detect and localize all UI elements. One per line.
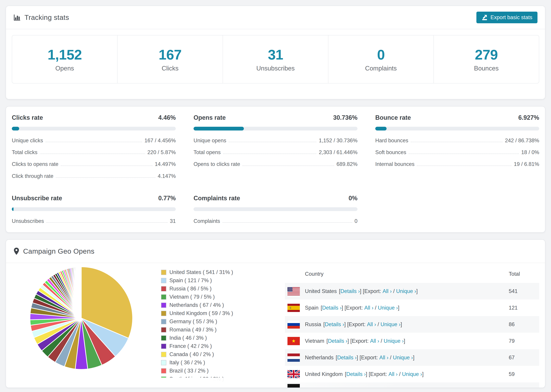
export-unique-link[interactable]: Unique ›: [384, 338, 404, 344]
rate-value: 6.927%: [518, 114, 539, 121]
export-unique-link[interactable]: Unique ›: [396, 288, 416, 294]
stat-value: 0: [354, 218, 357, 224]
country-cell: United States [Details ›] [Export: All ›…: [285, 287, 509, 295]
dotted-leader: [56, 177, 155, 178]
legend-swatch: [161, 286, 166, 291]
export-all-link[interactable]: All ›: [383, 288, 392, 294]
export-unique-link[interactable]: Unique ›: [402, 371, 422, 377]
rate-head: Complaints rate0%: [194, 195, 357, 202]
progress-bar: [194, 207, 357, 211]
tracking-stats-header: Tracking stats Export basic stats: [6, 6, 545, 29]
summary-label: Bounces: [474, 65, 499, 72]
rate-head: Bounce rate6.927%: [375, 114, 539, 121]
details-link[interactable]: Details ›: [340, 288, 360, 294]
export-all-link[interactable]: All ›: [367, 321, 376, 328]
geo-legend: United States ( 541 / 31% )Spain ( 121 /…: [161, 265, 252, 388]
rate-rows: Unique opens1,152 / 30.736%Total opens2,…: [194, 135, 357, 170]
progress-bar: [12, 127, 176, 131]
table-row: Vietnam [Details ›] [Export: All › / Uni…: [285, 333, 539, 349]
export-all-link[interactable]: All ›: [370, 338, 379, 344]
dotted-leader: [46, 222, 168, 223]
details-link[interactable]: Details ›: [328, 338, 347, 344]
flag-icon: [288, 370, 300, 378]
column-header-country: Country: [285, 271, 509, 277]
dotted-leader: [229, 142, 316, 142]
stat-label: Opens to clicks rate: [194, 161, 240, 167]
summary-value: 31: [268, 47, 283, 63]
dotted-leader: [46, 142, 142, 142]
export-all-link[interactable]: All ›: [379, 355, 389, 361]
stat-label: Unsubscribes: [12, 218, 44, 224]
stat-value: 1,152 / 30.736%: [319, 137, 357, 144]
summary-value: 1,152: [48, 47, 82, 63]
legend-label: Netherlands ( 67 / 4% ): [170, 302, 224, 308]
rate-rows: Unsubscribes31: [12, 215, 176, 227]
summary-label: Complaints: [365, 65, 397, 72]
stat-label: Clicks to opens rate: [12, 161, 58, 167]
legend-label: Vietnam ( 79 / 5% ): [170, 294, 215, 300]
legend-label: Italy ( 36 / 2% ): [170, 359, 205, 366]
export-icon: [481, 14, 488, 21]
stat-label: Total opens: [194, 149, 221, 155]
legend-item: Netherlands ( 67 / 4% ): [161, 302, 252, 308]
summary-cell: 31Unsubscribes: [223, 35, 328, 83]
rate-section: Opens rate30.736%Unique opens1,152 / 30.…: [194, 114, 357, 182]
export-unique-link[interactable]: Unique ›: [378, 305, 398, 311]
details-link[interactable]: Details ›: [322, 305, 342, 311]
legend-label: Spain ( 121 / 7% ): [170, 277, 212, 284]
summary-value: 0: [377, 47, 385, 63]
rates-grid: Clicks rate4.46%Unique clicks167 / 4.456…: [6, 106, 545, 234]
country-name: Netherlands: [305, 355, 333, 361]
stat-value: 18 / 0%: [521, 149, 539, 155]
flag-icon: [288, 384, 300, 388]
country-name: United Kingdom: [305, 371, 343, 377]
flag-icon: [288, 320, 300, 329]
total-value: 67: [509, 355, 539, 361]
stat-label: Hard bounces: [375, 137, 408, 144]
legend-swatch: [161, 327, 166, 332]
export-all-link[interactable]: All ›: [364, 305, 373, 311]
column-header-total: Total: [509, 271, 539, 277]
stat-label: Unique clicks: [12, 137, 43, 144]
details-link[interactable]: Details ›: [346, 371, 366, 377]
flag-icon: [288, 354, 300, 362]
table-row: United Kingdom [Details ›] [Export: All …: [285, 366, 539, 382]
rate-title: Clicks rate: [12, 114, 43, 121]
stat-row: Clicks to opens rate14.497%: [12, 158, 176, 170]
summary-cell: 1,152Opens: [12, 35, 117, 83]
dotted-leader: [222, 222, 352, 223]
rate-title: Complaints rate: [194, 195, 240, 202]
table-row: Russia [Details ›] [Export: All › / Uniq…: [285, 316, 539, 333]
map-pin-icon: [14, 247, 19, 255]
stat-row: Total opens2,303 / 61.446%: [194, 147, 357, 158]
dotted-leader: [411, 142, 502, 142]
export-basic-stats-button[interactable]: Export basic stats: [476, 12, 537, 23]
export-all-link[interactable]: All ›: [389, 371, 397, 377]
legend-label: United Kingdom ( 59 / 3% ): [170, 310, 233, 316]
country-name: Vietnam: [305, 338, 324, 344]
details-link[interactable]: Details ›: [337, 355, 357, 361]
stat-value: 689.82%: [337, 161, 357, 167]
legend-label: South Africa ( 29 / 2% ): [170, 376, 224, 382]
total-value: 79: [509, 338, 539, 344]
export-button-label: Export basic stats: [490, 14, 532, 21]
legend-label: Romania ( 49 / 3% ): [170, 327, 217, 333]
legend-label: United States ( 541 / 31% ): [170, 269, 233, 275]
rate-section: Clicks rate4.46%Unique clicks167 / 4.456…: [12, 114, 176, 182]
rate-section: Complaints rate0%Complaints0: [194, 195, 357, 227]
summary-label: Unsubscribes: [256, 65, 295, 72]
partial-table-row: [285, 382, 539, 388]
geo-card: Campaign Geo Opens United States ( 541 /…: [6, 239, 545, 388]
export-unique-link[interactable]: Unique ›: [393, 355, 413, 361]
details-link[interactable]: Details ›: [325, 321, 344, 328]
export-unique-link[interactable]: Unique ›: [381, 321, 401, 328]
legend-item: France ( 42 / 2% ): [161, 343, 252, 349]
stat-row: Unique opens1,152 / 30.736%: [194, 135, 357, 147]
rate-rows: Complaints0: [194, 215, 357, 227]
pie-slice[interactable]: [81, 267, 81, 318]
legend-swatch: [161, 294, 166, 300]
stat-row: Complaints0: [194, 215, 357, 227]
flag-icon: [288, 304, 300, 312]
legend-swatch: [161, 278, 166, 283]
legend-swatch: [161, 360, 166, 365]
